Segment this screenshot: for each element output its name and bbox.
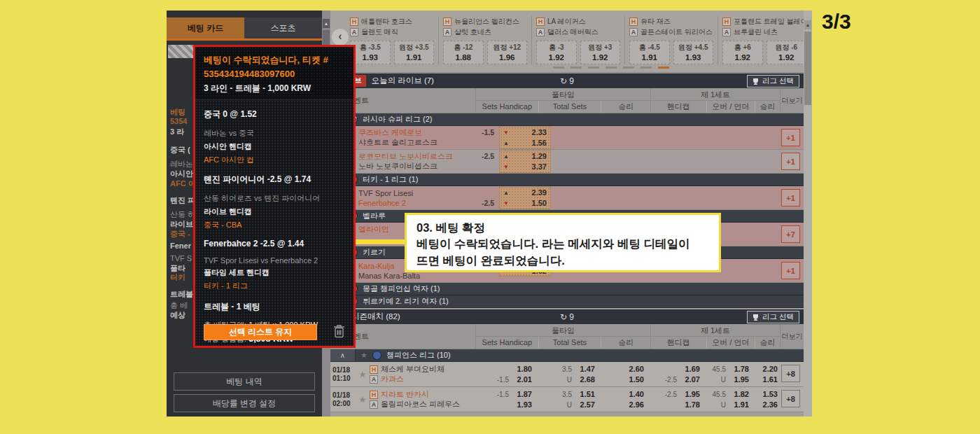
carousel-dot[interactable]	[640, 66, 652, 69]
odds-cell[interactable]: ▲1.29 ▼3.37	[499, 150, 551, 173]
home-badge: H	[629, 18, 638, 26]
carousel-pagination	[553, 66, 669, 69]
away-odds-cell[interactable]: 원정 +121.96	[487, 41, 528, 64]
league-select-button[interactable]: 리그 선택	[747, 75, 799, 88]
champions-league-flag-icon	[372, 351, 382, 360]
add-markets-button[interactable]: +1	[781, 153, 800, 170]
trash-icon[interactable]	[331, 324, 346, 340]
betcard-fragment: 중국 -	[170, 229, 190, 239]
betcard-fragment: 산동 히	[170, 209, 194, 220]
win-odds[interactable]: 2.60 1.50	[602, 362, 651, 386]
win-odds[interactable]: 1.40 2.96	[602, 387, 651, 412]
odds-change-settings-button[interactable]: 배당률 변경 설정	[174, 394, 315, 412]
add-markets-button[interactable]: +8	[781, 365, 800, 382]
collapse-chevron-icon[interactable]: ∧	[330, 349, 356, 361]
set-win-odds[interactable]: 1.53 2.36	[756, 387, 780, 412]
over-under-odds[interactable]: 45.51.78 U1.95	[707, 362, 756, 386]
league-header-turkiye-2[interactable]: ★ 튀르키예 2. 리기 여자 (1)	[330, 295, 804, 308]
carousel-dot[interactable]	[588, 66, 599, 69]
betting-app-window: 베팅 카드 스포츠 베팅 5354 3 라 중국 ( 레바논 아시안 AFC 이…	[167, 10, 812, 416]
total-sets-odds[interactable]: 3.51.51 U2.57	[539, 387, 602, 412]
betcard-fragment: 톈진 피	[170, 195, 194, 206]
sets-handicap-odds[interactable]: 1.80 -1.52.01	[476, 362, 539, 386]
match-time: 02:00	[332, 400, 356, 408]
carousel-dot[interactable]	[553, 66, 564, 69]
over-under-odds[interactable]: 45.51.82 U1.91	[707, 387, 756, 412]
add-markets-button[interactable]: +8	[781, 390, 800, 407]
add-markets-button[interactable]: +7	[781, 225, 800, 243]
league-header-turkey[interactable]: ★ 터키 - 1 리그 (1)	[330, 174, 804, 186]
refresh-button[interactable]: ↻ 9	[560, 312, 574, 322]
odds-cell[interactable]: ▲2.39 ▼1.50	[499, 187, 551, 209]
handicap-odds[interactable]: 1.69 -2.52.07	[651, 362, 707, 386]
betcard-fragment: 레바논	[170, 159, 193, 169]
away-odds-cell[interactable]: 원정 +4.51.93	[673, 41, 714, 64]
bet-history-button[interactable]: 베팅 내역	[174, 372, 315, 391]
scrollbar-thumb[interactable]	[804, 31, 811, 105]
carousel-game-card: H포틀랜드 트레일 블레이... A브루클린 네츠 홈 +61.92 원정 -6…	[718, 16, 804, 64]
home-team: LA 레이커스	[547, 17, 585, 27]
favorite-star-icon[interactable]: ★	[356, 362, 370, 386]
tab-underline	[167, 38, 322, 41]
add-markets-button[interactable]: +1	[781, 129, 800, 146]
column-sets-handicap: Sets Handicap	[476, 337, 539, 349]
league-header-russia[interactable]: ★ 러시아 슈퍼 리그 (2)	[330, 113, 804, 126]
main-scrollbar[interactable]: ▲	[804, 10, 812, 416]
screenshot-canvas: 3/3 베팅 카드 스포츠 베팅 5354 3 라 중국 ( 레바논 아시안 A…	[0, 0, 980, 434]
odds-up-icon: ▲	[503, 153, 511, 160]
home-odds-cell[interactable]: 홈 -31.92	[536, 41, 577, 64]
home-odds-cell[interactable]: 홈 -3.51.93	[350, 41, 391, 64]
handicap-value: -1.5	[476, 127, 494, 138]
add-markets-button[interactable]: +1	[781, 262, 800, 279]
carousel-dot-active[interactable]	[658, 66, 669, 69]
league-header-champions[interactable]: ∧ ★ 챔피언스 리그 (10)	[330, 349, 804, 362]
total-sets-odds[interactable]: 3.51.47 U2.68	[539, 362, 602, 386]
handicap-odds[interactable]: -2.51.95 1.78	[651, 387, 707, 412]
away-odds-cell[interactable]: 원정 +3.51.91	[394, 41, 435, 64]
favorite-star-icon[interactable]: ★	[356, 387, 370, 412]
away-team: 올랜도 매직	[361, 27, 398, 37]
star-icon[interactable]: ★	[360, 351, 368, 360]
add-markets-button[interactable]: +1	[781, 189, 800, 206]
tab-betting-card[interactable]: 베팅 카드	[167, 18, 244, 38]
set-win-odds[interactable]: 2.20 1.61	[756, 362, 780, 386]
refresh-icon: ↻	[560, 312, 567, 322]
away-team: 샬럿 호네츠	[454, 27, 491, 37]
home-odds-cell[interactable]: 홈 -4.51.91	[629, 41, 670, 64]
away-team: 골든스테이트 워리어스	[640, 27, 713, 37]
sets-handicap-odds[interactable]: -1.51.87 1.93	[476, 387, 539, 412]
home-badge: H	[722, 18, 731, 26]
column-group-first-set: 제 1세트	[651, 88, 780, 101]
carousel-dot[interactable]	[623, 66, 634, 69]
league-select-button[interactable]: 리그 선택	[747, 311, 799, 323]
home-badge: H	[370, 391, 378, 399]
trophy-icon	[752, 314, 759, 321]
carousel-dot[interactable]	[570, 66, 582, 69]
carousel-prev-icon[interactable]: ‹	[332, 29, 349, 46]
tab-sports[interactable]: 스포츠	[244, 18, 322, 38]
scroll-up-icon[interactable]: ▲	[323, 19, 330, 28]
odds-up-icon: ▲	[503, 140, 511, 146]
home-odds-cell[interactable]: 홈 +61.92	[722, 41, 763, 64]
live-title: 오늘의 라이브 (7)	[372, 76, 434, 86]
home-team: 지라트 반카시	[381, 389, 429, 400]
away-badge: A	[629, 28, 638, 36]
live-table-header: 이벤트 풀타임 Sets Handicap Total Sets 승리 제 1세…	[330, 88, 804, 113]
odds-cell[interactable]: ▼2.33 ▲1.56	[499, 127, 551, 149]
away-odds-cell[interactable]: 원정 -61.92	[766, 41, 804, 64]
betcard-fragment: 중국 (	[170, 145, 190, 155]
preseason-match-row: 01/1802:00 ★ H지라트 반카시 A올림피아코스 피레우스 -1.51…	[330, 387, 804, 412]
carousel-dot[interactable]	[606, 66, 617, 69]
refresh-button[interactable]: ↻ 9	[560, 76, 574, 86]
home-odds-cell[interactable]: 홈 -121.88	[443, 41, 484, 64]
keep-selections-button[interactable]: 선택 리스트 유지	[204, 324, 317, 340]
away-badge: A	[536, 28, 545, 36]
column-group-fulltime: 풀타임	[476, 324, 650, 337]
away-odds-cell[interactable]: 원정 +31.92	[580, 41, 621, 64]
away-badge: A	[722, 28, 731, 36]
league-header-mongolia[interactable]: ★ 몽골 챔피언십 여자 (1)	[330, 283, 804, 295]
bet-selection: Fenerbahce 2 -2.5 @ 1.44 TVF Spor Lisesi…	[195, 230, 354, 291]
scroll-up-icon[interactable]: ▲	[804, 20, 811, 29]
home-badge: H	[370, 365, 378, 374]
selection-league: AFC 아시안 컵	[204, 155, 345, 165]
